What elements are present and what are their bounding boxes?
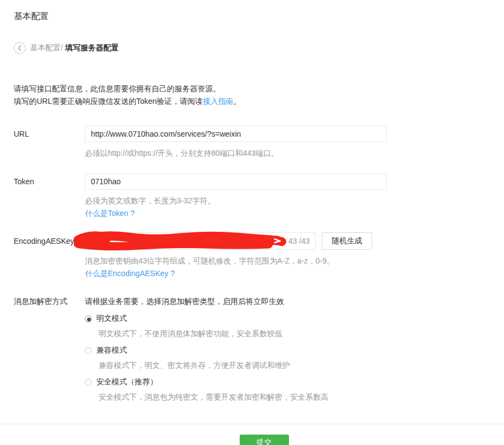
url-input[interactable] xyxy=(85,126,387,142)
mode-option-secure: 安全模式（推荐） 安全模式下，消息包为纯密文，需要开发者加密和解密，安全系数高 xyxy=(85,377,328,402)
token-helper: 必须为英文或数字，长度为3-32字符。 xyxy=(85,196,387,206)
back-button[interactable] xyxy=(14,42,26,54)
radio-selected-icon xyxy=(85,315,92,323)
aeskey-input[interactable]: 43 /43 xyxy=(85,232,316,250)
intro-line2-suffix: 。 xyxy=(233,97,241,106)
radio-unselected-icon xyxy=(85,347,92,354)
plaintext-mode-label: 明文模式 xyxy=(96,314,127,324)
radio-unselected-icon xyxy=(85,379,92,386)
encrypt-mode-instruction: 请根据业务需要，选择消息加解密类型，启用后将立即生效 xyxy=(85,296,328,307)
secure-mode-label: 安全模式（推荐） xyxy=(96,377,158,387)
token-label: Token xyxy=(14,173,85,218)
config-form: URL 必须以http://或https://开头，分别支持80端口和443端口… xyxy=(0,126,504,402)
compatible-mode-desc: 兼容模式下，明文、密文将共存，方便开发者调试和维护 xyxy=(99,361,328,370)
footer: 提交 xyxy=(0,424,504,445)
mode-option-plaintext: 明文模式 明文模式下，不使用消息体加解密功能，安全系数较低 xyxy=(85,314,328,338)
aeskey-row: EncodingAESKey 43 /43 随机生成 xyxy=(14,232,504,278)
access-guide-link[interactable]: 接入指南 xyxy=(202,97,233,106)
mode-option-compatible: 兼容模式 兼容模式下，明文、密文将共存，方便开发者调试和维护 xyxy=(85,346,328,370)
intro-line2-prefix: 填写的URL需要正确响应微信发送的Token验证，请阅读 xyxy=(14,97,202,106)
server-config-page: 基本配置 基本配置/ 填写服务器配置 请填写接口配置信息，此信息需要你拥有自己的… xyxy=(0,0,504,445)
encrypt-mode-row: 消息加解密方式 请根据业务需要，选择消息加解密类型，启用后将立即生效 明文模式 … xyxy=(14,296,504,402)
page-title: 基本配置 xyxy=(0,0,504,22)
url-helper: 必须以http://或https://开头，分别支持80端口和443端口。 xyxy=(85,149,387,158)
random-generate-button[interactable]: 随机生成 xyxy=(322,232,372,250)
aeskey-helper: 消息加密密钥由43位字符组成，可随机修改，字符范围为A-Z，a-z，0-9。 xyxy=(85,256,372,266)
plaintext-mode-desc: 明文模式下，不使用消息体加解密功能，安全系数较低 xyxy=(99,329,328,338)
plaintext-mode-radio[interactable]: 明文模式 xyxy=(85,314,328,324)
intro-line1: 请填写接口配置信息，此信息需要你拥有自己的服务器资源。 xyxy=(14,83,504,95)
token-input[interactable] xyxy=(85,173,387,190)
url-row: URL 必须以http://或https://开头，分别支持80端口和443端口… xyxy=(14,126,504,158)
chevron-left-icon xyxy=(18,45,22,51)
submit-button[interactable]: 提交 xyxy=(240,435,289,445)
what-is-aeskey-link[interactable]: 什么是EncodingAESKey ? xyxy=(85,269,175,278)
secure-mode-radio[interactable]: 安全模式（推荐） xyxy=(85,377,328,387)
secure-mode-desc: 安全模式下，消息包为纯密文，需要开发者加密和解密，安全系数高 xyxy=(99,393,328,402)
breadcrumb: 基本配置/ 填写服务器配置 xyxy=(14,42,504,54)
aeskey-char-counter: 43 /43 xyxy=(288,233,310,249)
breadcrumb-current: 填写服务器配置 xyxy=(65,43,119,53)
intro-text: 请填写接口配置信息，此信息需要你拥有自己的服务器资源。 填写的URL需要正确响应… xyxy=(14,83,504,108)
token-row: Token 必须为英文或数字，长度为3-32字符。 什么是Token ? xyxy=(14,173,504,218)
breadcrumb-parent[interactable]: 基本配置/ xyxy=(30,43,63,53)
encrypt-mode-label: 消息加解密方式 xyxy=(14,296,85,402)
aeskey-label: EncodingAESKey xyxy=(14,232,85,278)
what-is-token-link[interactable]: 什么是Token ? xyxy=(85,209,135,218)
compatible-mode-radio[interactable]: 兼容模式 xyxy=(85,346,328,355)
url-label: URL xyxy=(14,126,85,158)
intro-line2: 填写的URL需要正确响应微信发送的Token验证，请阅读接入指南。 xyxy=(14,95,504,108)
compatible-mode-label: 兼容模式 xyxy=(96,346,127,355)
